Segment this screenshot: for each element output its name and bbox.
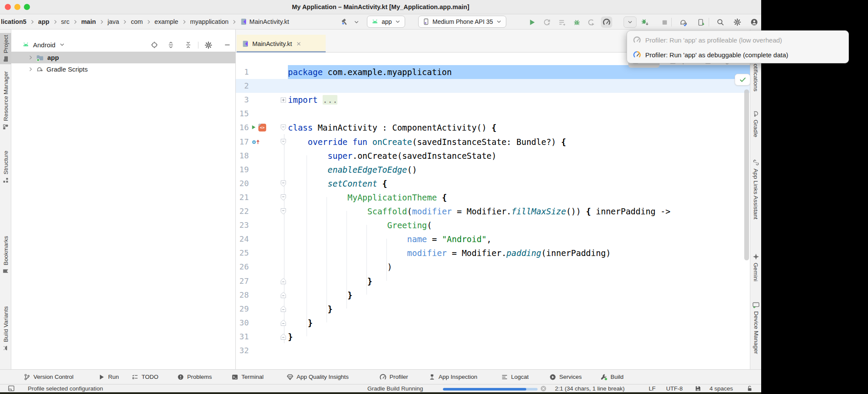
collapse-all-button[interactable] xyxy=(185,41,192,49)
fold-marker-icon[interactable] xyxy=(281,180,286,189)
structure-icon xyxy=(3,177,9,184)
fold-marker-icon[interactable] xyxy=(281,208,286,217)
toolwindow-logcat[interactable]: Logcat xyxy=(501,370,529,384)
tree-row-app[interactable]: app xyxy=(11,52,235,63)
toolbar-separator xyxy=(671,18,672,26)
code-line-23[interactable]: 23 Greeting( xyxy=(236,218,750,232)
profile-button[interactable] xyxy=(749,16,760,28)
profiler-menu-item-1[interactable]: Profiler: Run 'app' as profileable (low … xyxy=(627,33,848,47)
build-tool-chevron-icon[interactable] xyxy=(351,16,362,28)
device-selector[interactable]: Medium Phone API 35 xyxy=(418,16,506,28)
search-everywhere-button[interactable] xyxy=(715,16,726,28)
code-line-28[interactable]: 28 } xyxy=(236,288,750,302)
code-line-29[interactable]: 29 } xyxy=(236,302,750,316)
code-line-31[interactable]: 31} xyxy=(236,330,750,344)
gradle-sync-button[interactable] xyxy=(677,16,689,28)
fold-marker-icon[interactable] xyxy=(281,292,286,300)
tree-expand-chevron-icon[interactable] xyxy=(28,55,33,60)
fold-marker-icon[interactable] xyxy=(281,305,286,314)
profiler-dropdown-menu: Profiler: Run 'app' as profileable (low … xyxy=(627,30,849,63)
override-icon[interactable] xyxy=(251,138,261,145)
profiler-button[interactable] xyxy=(601,16,612,28)
hide-panel-button[interactable] xyxy=(224,41,231,49)
code-line-21[interactable]: 21 MyApplicationTheme { xyxy=(236,190,750,204)
close-tab-icon[interactable] xyxy=(296,41,302,47)
toolwindow-todo[interactable]: TODO xyxy=(132,370,158,384)
toolwindow-app-inspection[interactable]: App Inspection xyxy=(429,370,477,384)
code-line-3[interactable]: 3import ... xyxy=(236,93,750,107)
code-line-20[interactable]: 20 setContent { xyxy=(236,177,750,190)
apply-changes-button[interactable] xyxy=(556,16,568,28)
toolwindow-build[interactable]: Build xyxy=(600,370,624,384)
apply-code-changes-button[interactable] xyxy=(585,16,597,28)
tab-mainactivity[interactable]: MainActivity.kt xyxy=(237,35,326,53)
line-number: 20 xyxy=(236,177,249,190)
fold-marker-icon[interactable] xyxy=(281,278,286,286)
attach-debugger-button[interactable] xyxy=(639,16,650,28)
code-line-2[interactable]: 2 xyxy=(236,79,750,93)
toolwindow-terminal[interactable]: Terminal xyxy=(231,370,264,384)
toolwindow-run[interactable]: Run xyxy=(98,370,119,384)
locate-selected-file-button[interactable] xyxy=(151,41,158,49)
rerun-button[interactable]: A xyxy=(541,16,552,28)
fold-marker-icon[interactable] xyxy=(281,333,286,342)
code-line-24[interactable]: 24 name = "Android", xyxy=(236,232,750,246)
expand-all-button[interactable] xyxy=(167,41,175,49)
breadcrumb-separator-icon xyxy=(73,19,78,25)
stop-button[interactable] xyxy=(659,16,670,28)
toolbar-separator xyxy=(709,18,709,26)
toolwindow-version-control[interactable]: Version Control xyxy=(23,370,73,384)
settings-icon xyxy=(205,41,212,49)
breadcrumb-item-src[interactable]: src xyxy=(61,18,69,25)
inspection-ok-widget[interactable] xyxy=(735,74,750,85)
code-line-22[interactable]: 22 Scaffold(modifier = Modifier.fillMaxS… xyxy=(236,204,750,218)
breadcrumb-item-main[interactable]: main xyxy=(81,18,96,25)
compose-icon[interactable]: <> xyxy=(258,124,266,131)
editor-scrollbar[interactable] xyxy=(744,89,749,260)
code-line-25[interactable]: 25 modifier = Modifier.padding(innerPadd… xyxy=(236,246,750,260)
tree-expand-chevron-icon[interactable] xyxy=(28,66,33,72)
code-editor[interactable]: 1package com.example.myapplication23impo… xyxy=(236,53,750,369)
build-tool-button[interactable] xyxy=(339,16,350,28)
debug-button[interactable] xyxy=(571,16,582,28)
code-line-17[interactable]: 17 override fun onCreate(savedInstanceSt… xyxy=(236,135,750,149)
device-manager-button[interactable] xyxy=(695,16,706,28)
breadcrumb-item-myapplication[interactable]: myapplication xyxy=(190,18,229,25)
settings-button[interactable] xyxy=(732,16,743,28)
run-line-icon[interactable] xyxy=(251,125,257,131)
code-line-15[interactable]: 15 xyxy=(236,107,750,121)
fold-marker-icon[interactable] xyxy=(281,319,286,328)
toolwindow-services[interactable]: Services xyxy=(549,370,582,384)
run-button[interactable] xyxy=(526,16,538,28)
project-view-selector[interactable]: Android xyxy=(22,38,65,51)
code-line-30[interactable]: 30 } xyxy=(236,316,750,330)
breadcrumb-item-com[interactable]: com xyxy=(131,18,142,25)
breadcrumb-item-app[interactable]: app xyxy=(38,18,50,25)
code-line-26[interactable]: 26 ) xyxy=(236,260,750,274)
code-line-18[interactable]: 18 super.onCreate(savedInstanceState) xyxy=(236,149,750,163)
breadcrumb-item-example[interactable]: example xyxy=(155,18,178,25)
code-line-16[interactable]: 16<>class MainActivity : ComponentActivi… xyxy=(236,121,750,135)
breadcrumb-item-mainactivity-kt[interactable]: MainActivity.kt xyxy=(240,18,289,25)
toolwindow-app-quality-insights[interactable]: App Quality Insights xyxy=(287,370,349,384)
profiler-menu-item-2[interactable]: Profiler: Run 'app' as debuggable (compl… xyxy=(627,47,848,62)
profiler-chevron-button[interactable] xyxy=(624,16,637,28)
panel-options-button[interactable] xyxy=(205,41,212,49)
code-line-27[interactable]: 27 } xyxy=(236,274,750,288)
fold-marker-icon[interactable] xyxy=(281,194,286,203)
toolwindow-profiler[interactable]: Profiler xyxy=(380,370,408,384)
fold-marker-icon[interactable] xyxy=(281,138,286,147)
breadcrumb-item-lication5[interactable]: lication5 xyxy=(1,18,26,25)
fold-marker-icon[interactable] xyxy=(281,124,286,133)
stripe-item-content: Resource Manager xyxy=(3,71,9,130)
breadcrumb-item-java[interactable]: java xyxy=(108,18,119,25)
fold-marker-icon[interactable] xyxy=(281,97,286,105)
tree-row-gradle-scripts[interactable]: Gradle Scripts xyxy=(11,63,235,75)
toolwindow-problems[interactable]: Problems xyxy=(177,370,212,384)
kotlin-file-icon xyxy=(242,40,249,47)
code-line-32[interactable]: 32 xyxy=(236,344,750,358)
code-line-19[interactable]: 19 enableEdgeToEdge() xyxy=(236,163,750,177)
chevron-down-icon xyxy=(496,19,502,25)
code-text: name = "Android", xyxy=(288,232,492,246)
run-config-selector[interactable]: app xyxy=(367,16,405,28)
